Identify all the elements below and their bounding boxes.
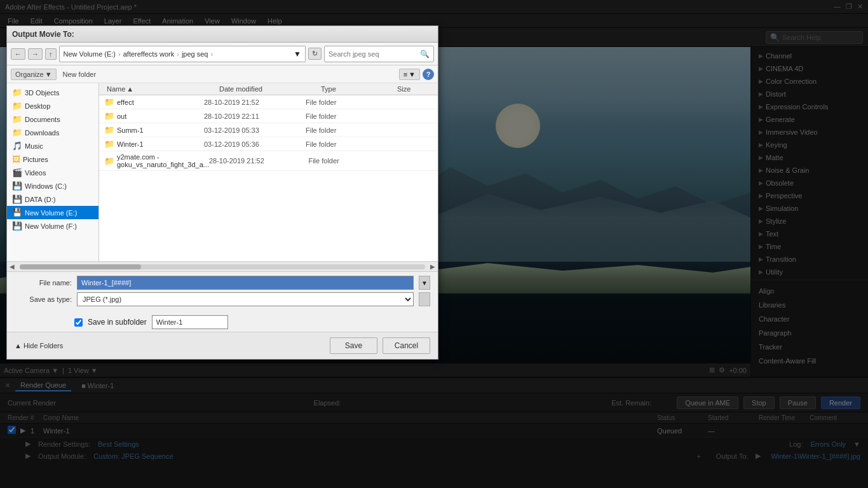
save-in-subfolder-label: Save in subfolder	[88, 318, 147, 327]
path-folder2[interactable]: jpeg seq	[182, 50, 208, 58]
folder-icon: 📁	[104, 139, 114, 149]
nav-desktop[interactable]: 📁 Desktop	[7, 99, 98, 112]
scroll-track[interactable]	[20, 264, 425, 269]
dialog-path: New Volume (E:) › aftereffects work › jp…	[59, 46, 306, 62]
dialog-search-input[interactable]	[329, 50, 417, 58]
hide-folders-label: Hide Folders	[24, 342, 63, 349]
nav-new-volume-f[interactable]: 💾 New Volume (F:)	[7, 219, 98, 233]
dialog-title: Output Movie To:	[12, 30, 433, 39]
nav-up-btn[interactable]: ↑	[45, 48, 57, 60]
file-name-out: 📁 out	[104, 111, 204, 121]
nav-label: Pictures	[23, 156, 48, 163]
subfolder-row: Save in subfolder	[7, 313, 438, 332]
nav-refresh-btn[interactable]: ↻	[308, 48, 322, 60]
nav-label: Music	[25, 142, 43, 150]
new-folder-btn[interactable]: New folder	[59, 69, 100, 79]
dialog-help-btn[interactable]: ?	[423, 69, 434, 80]
cancel-button[interactable]: Cancel	[383, 337, 430, 354]
sort-icon: ▲	[126, 85, 133, 93]
hide-folders-btn[interactable]: ▲ Hide Folders	[15, 342, 63, 349]
file-row-y2mate[interactable]: 📁 y2mate.com - goku_vs_naruto_fight_3d_a…	[99, 151, 438, 171]
folder-icon: 📁	[104, 97, 114, 107]
folder-icon: 📁	[12, 88, 22, 97]
dialog-search[interactable]: 🔍	[324, 46, 434, 62]
file-date-y2mate: 28-10-2019 21:52	[209, 157, 308, 165]
nav-documents[interactable]: 📁 Documents	[7, 112, 98, 126]
folder-icon: 📁	[104, 125, 114, 135]
file-list: Name ▲ Date modified Type Size 📁 effect …	[99, 83, 438, 261]
view-dropdown-icon: ▼	[409, 71, 416, 78]
nav-data-d[interactable]: 💾 DATA (D:)	[7, 193, 98, 206]
nav-3d-objects[interactable]: 📁 3D Objects	[7, 86, 98, 99]
dialog-body: 📁 3D Objects 📁 Desktop 📁 Documents 📁 Dow…	[7, 83, 438, 261]
path-drive[interactable]: New Volume (E:)	[64, 50, 116, 58]
nav-windows-c[interactable]: 💾 Windows (C:)	[7, 179, 98, 193]
save-in-subfolder-checkbox[interactable]	[74, 318, 83, 327]
nav-forward-btn[interactable]: →	[28, 48, 43, 60]
file-name-y2mate: 📁 y2mate.com - goku_vs_naruto_fight_3d_a…	[104, 153, 209, 168]
save-as-type-select[interactable]: JPEG (*.jpg)	[77, 292, 414, 306]
file-name-winter1: 📁 Winter-1	[104, 139, 204, 149]
col-header-date[interactable]: Date modified	[217, 85, 318, 93]
drive-icon: 💾	[12, 221, 22, 231]
drive-icon: 💾	[12, 194, 22, 204]
col-header-size[interactable]: Size	[395, 85, 433, 93]
organize-btn[interactable]: Organize ▼	[11, 69, 57, 80]
scroll-thumb[interactable]	[20, 264, 141, 269]
view-btn[interactable]: ≡ ▼	[399, 69, 420, 80]
col-header-name[interactable]: Name ▲	[104, 85, 217, 93]
file-date-effect: 28-10-2019 21:52	[204, 98, 306, 106]
file-row-summ1[interactable]: 📁 Summ-1 03-12-2019 05:33 File folder	[99, 123, 438, 137]
file-row-winter1[interactable]: 📁 Winter-1 03-12-2019 05:36 File folder	[99, 137, 438, 151]
nav-label: New Volume (F:)	[25, 222, 77, 230]
save-button[interactable]: Save	[330, 337, 377, 354]
file-date-winter1: 03-12-2019 05:36	[204, 140, 306, 148]
dialog-titlebar: Output Movie To:	[7, 26, 438, 43]
folder-icon: 🎬	[12, 168, 22, 177]
dialog-toolbar: Organize ▼ New folder ≡ ▼ ?	[7, 65, 438, 83]
path-dropdown-btn[interactable]: ▼	[294, 50, 301, 58]
nav-pictures[interactable]: 🖼 Pictures	[7, 152, 98, 166]
nav-label: Desktop	[25, 102, 50, 110]
save-as-type-label: Save as type:	[15, 295, 72, 303]
nav-label: Downloads	[25, 129, 59, 137]
file-name-input[interactable]	[77, 276, 414, 290]
dialog-fields: File name: ▼ Save as type: JPEG (*.jpg)	[7, 271, 438, 313]
path-folder1[interactable]: aftereffects work	[123, 50, 175, 58]
nav-label: Windows (C:)	[25, 182, 67, 190]
file-row-out[interactable]: 📁 out 28-10-2019 22:11 File folder	[99, 109, 438, 123]
file-date-summ1: 03-12-2019 05:33	[204, 126, 306, 134]
file-type-effect: File folder	[306, 98, 382, 106]
scroll-left-arrow[interactable]: ◀	[7, 263, 17, 270]
folder-icon: 📁	[12, 114, 22, 124]
nav-downloads[interactable]: 📁 Downloads	[7, 126, 98, 139]
nav-label: Documents	[25, 116, 60, 123]
nav-back-btn[interactable]: ←	[11, 48, 25, 60]
col-header-type[interactable]: Type	[318, 85, 395, 93]
nav-tree: 📁 3D Objects 📁 Desktop 📁 Documents 📁 Dow…	[7, 83, 99, 261]
file-name-dropdown-btn[interactable]: ▼	[419, 276, 430, 290]
folder-icon: 📁	[104, 156, 114, 166]
dialog-scrollbar[interactable]: ◀ ▶	[7, 261, 438, 271]
organize-dropdown-icon: ▼	[45, 71, 52, 78]
subfolder-name-input[interactable]	[152, 315, 228, 329]
drive-icon: 💾	[12, 208, 22, 217]
file-type-y2mate: File folder	[308, 157, 383, 165]
dialog-footer-left: ▲ Hide Folders	[15, 342, 325, 349]
file-name-summ1: 📁 Summ-1	[104, 125, 204, 135]
folder-icon: 📁	[12, 128, 22, 137]
folder-icon: 📁	[12, 101, 22, 111]
file-row-effect[interactable]: 📁 effect 28-10-2019 21:52 File folder	[99, 95, 438, 109]
file-type-winter1: File folder	[306, 140, 382, 148]
folder-icon: 📁	[104, 111, 114, 121]
nav-new-volume-e[interactable]: 💾 New Volume (E:)	[7, 206, 98, 219]
folder-icon: 🎵	[12, 141, 22, 151]
nav-music[interactable]: 🎵 Music	[7, 139, 98, 152]
hide-folders-arrow: ▲	[15, 342, 22, 349]
file-list-header: Name ▲ Date modified Type Size	[99, 83, 438, 95]
path-sep1: ›	[118, 50, 121, 58]
nav-videos[interactable]: 🎬 Videos	[7, 166, 98, 179]
dialog-overlay: Output Movie To: ← → ↑ New Volume (E:) ›…	[0, 0, 868, 488]
scroll-right-arrow[interactable]: ▶	[428, 263, 438, 270]
save-type-dropdown-btn[interactable]	[419, 292, 430, 306]
